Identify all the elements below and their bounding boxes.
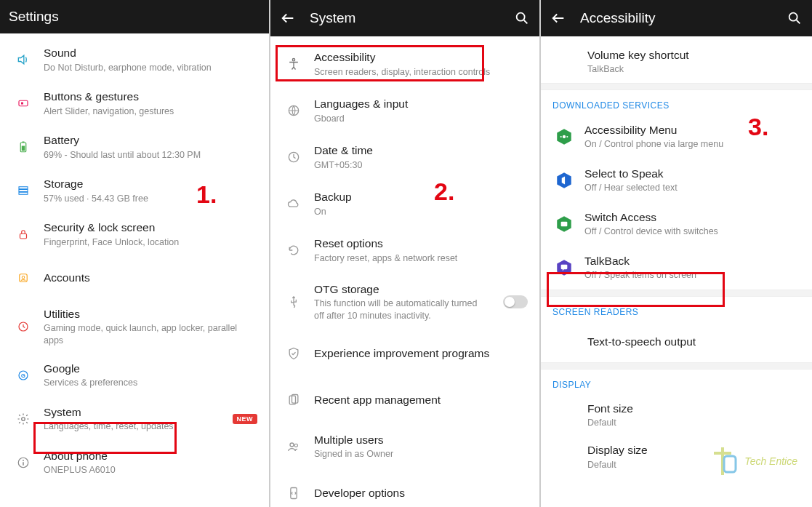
- usb-icon: [279, 287, 308, 316]
- row-languages[interactable]: Languages & inputGboard: [270, 87, 539, 134]
- row-utilities[interactable]: UtilitiesGaming mode, quick launch, app …: [0, 300, 269, 354]
- svg-rect-34: [561, 221, 568, 226]
- svg-point-24: [290, 443, 294, 447]
- svg-point-14: [22, 418, 25, 421]
- svg-point-25: [294, 444, 297, 447]
- storage-icon: [9, 176, 38, 205]
- step-3-label: 3.: [748, 113, 768, 141]
- row-about[interactable]: About phoneONEPLUS A6010: [0, 441, 269, 484]
- section-display: DISPLAY: [541, 370, 812, 394]
- row-talkback[interactable]: TalkBackOff / Speak items on screen: [541, 246, 812, 290]
- svg-rect-9: [20, 274, 28, 282]
- search-icon[interactable]: [786, 9, 803, 27]
- svg-point-19: [292, 59, 294, 61]
- clock-icon: [279, 143, 308, 172]
- svg-point-30: [560, 136, 562, 137]
- row-fontsize[interactable]: Font sizeDefault: [541, 394, 812, 436]
- appbar-system: System: [270, 0, 539, 36]
- switchaccess-icon: [554, 214, 574, 234]
- row-recent[interactable]: Recent app management: [270, 377, 539, 423]
- row-otg[interactable]: OTG storageThis function will be automat…: [270, 274, 539, 330]
- row-sound[interactable]: SoundDo Not Disturb, earphone mode, vibr…: [0, 38, 269, 81]
- row-storage[interactable]: Storage57% used · 54.43 GB free: [0, 169, 269, 212]
- utilities-icon: [9, 312, 38, 341]
- row-a11ymenu[interactable]: Accessibility MenuOn / Control phone via…: [541, 115, 812, 159]
- svg-point-16: [23, 460, 24, 461]
- divider: [541, 362, 812, 370]
- row-buttons[interactable]: Buttons & gesturesAlert Slider, navigati…: [0, 81, 269, 125]
- shield-icon: [279, 339, 308, 368]
- section-downloaded: DOWNLOADED SERVICES: [541, 90, 812, 115]
- accessibility-list: Volume key shortcutTalkBack DOWNLOADED S…: [541, 36, 812, 507]
- svg-rect-5: [19, 187, 28, 189]
- svg-point-18: [517, 13, 525, 21]
- appbar-title: Accessibility: [580, 10, 655, 26]
- back-icon[interactable]: [279, 9, 297, 27]
- section-screenreaders: SCREEN READERS: [541, 297, 812, 322]
- row-security[interactable]: Security & lock screenFingerprint, Face …: [0, 212, 269, 256]
- appbar-accessibility: Accessibility: [541, 0, 812, 36]
- row-displaysize[interactable]: Display sizeDefault: [541, 436, 812, 478]
- row-google[interactable]: G GoogleServices & preferences: [0, 354, 269, 397]
- appbar-title: Settings: [9, 9, 59, 25]
- row-tts[interactable]: Text-to-speech output: [541, 322, 812, 362]
- svg-point-10: [22, 276, 24, 279]
- step-2-label: 2.: [434, 177, 454, 206]
- divider: [541, 290, 812, 297]
- accounts-icon: [9, 263, 38, 292]
- dev-icon: [279, 479, 308, 507]
- info-icon: [9, 448, 38, 477]
- back-icon[interactable]: [550, 9, 567, 27]
- divider: [541, 83, 812, 90]
- svg-text:G: G: [21, 372, 25, 379]
- row-battery[interactable]: Battery69% - Should last until about 12:…: [0, 125, 269, 169]
- svg-rect-17: [23, 462, 24, 466]
- row-datetime[interactable]: Date & timeGMT+05:30: [270, 134, 539, 180]
- svg-point-31: [566, 136, 568, 137]
- appbar-settings: Settings: [0, 0, 269, 33]
- system-panel: System AccessibilityScreen readers, disp…: [270, 0, 541, 507]
- row-system[interactable]: SystemLanguages, time, reset, updates NE…: [0, 397, 269, 441]
- a11ymenu-icon: [554, 127, 574, 147]
- users-icon: [279, 432, 308, 461]
- row-selectspeak[interactable]: Select to SpeakOff / Hear selected text: [541, 159, 812, 202]
- talkback-icon: [554, 258, 574, 278]
- row-multiusers[interactable]: Multiple usersSigned in as Owner: [270, 423, 539, 470]
- system-list: AccessibilityScreen readers, display, in…: [270, 36, 539, 507]
- svg-point-27: [789, 13, 797, 21]
- svg-rect-1: [21, 103, 23, 105]
- new-badge: NEW: [233, 414, 258, 424]
- globe-icon: [279, 96, 308, 125]
- selectspeak-icon: [554, 170, 574, 191]
- row-reset[interactable]: Reset optionsFactory reset, apps & netwo…: [270, 227, 539, 274]
- row-accessibility[interactable]: AccessibilityScreen readers, display, in…: [270, 41, 539, 87]
- svg-rect-7: [19, 192, 28, 194]
- row-volumekey[interactable]: Volume key shortcutTalkBack: [541, 41, 812, 83]
- row-backup[interactable]: BackupOn: [270, 180, 539, 227]
- row-dev[interactable]: Developer options: [270, 470, 539, 507]
- row-accounts[interactable]: Accounts: [0, 256, 269, 300]
- svg-rect-4: [22, 146, 25, 151]
- volume-icon: [9, 45, 38, 74]
- appbar-title: System: [310, 10, 355, 26]
- accessibility-panel: Accessibility Volume key shortcutTalkBac…: [541, 0, 812, 507]
- settings-panel: Settings SoundDo Not Disturb, earphone m…: [0, 0, 270, 507]
- settings-list: SoundDo Not Disturb, earphone mode, vibr…: [0, 33, 269, 507]
- google-icon: G: [9, 361, 38, 390]
- cloud-icon: [279, 189, 308, 218]
- row-exp[interactable]: Experience improvement programs: [270, 330, 539, 377]
- svg-rect-3: [23, 142, 25, 143]
- row-switchaccess[interactable]: Switch AccessOff / Control device with s…: [541, 202, 812, 246]
- reset-icon: [279, 236, 308, 265]
- otg-toggle[interactable]: [503, 295, 528, 308]
- svg-rect-36: [561, 264, 568, 269]
- gear-icon: [9, 404, 38, 434]
- button-icon: [9, 89, 38, 118]
- svg-rect-6: [19, 190, 28, 192]
- svg-rect-8: [20, 233, 27, 239]
- step-1-label: 1.: [196, 180, 217, 209]
- a11y-icon: [279, 49, 308, 79]
- lock-icon: [9, 220, 38, 249]
- recent-icon: [279, 386, 308, 415]
- search-icon[interactable]: [513, 9, 531, 27]
